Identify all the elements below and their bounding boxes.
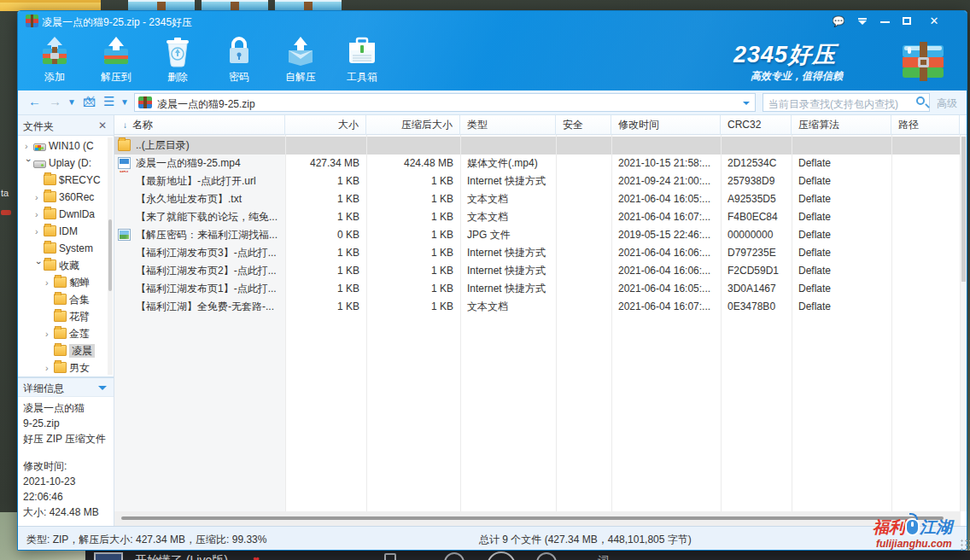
tree-item-label: System (59, 242, 93, 254)
vertical-scrollbar[interactable] (961, 137, 967, 511)
tree-scrollbar[interactable] (108, 137, 113, 375)
column-header-crc[interactable]: CRC32 (721, 115, 792, 135)
cell-name: 【福利江湖】全免费-无套路-... (116, 298, 285, 316)
title-bar[interactable]: 凌晨一点的猫9-25.zip - 2345好压 💬 ✕ (18, 11, 967, 32)
expand-icon[interactable]: › (45, 359, 54, 375)
feedback-icon[interactable]: 💬 (829, 14, 848, 29)
tree-item-合集[interactable]: 合集 (18, 291, 114, 308)
table-row[interactable]: 【福利江湖发布页3】-点此打...1 KB1 KBInternet 快捷方式20… (114, 244, 967, 262)
expand-icon[interactable]: › (35, 223, 44, 240)
column-header-algo[interactable]: 压缩算法 (792, 115, 891, 135)
menu-caret-icon[interactable] (853, 14, 872, 29)
table-row[interactable]: 【福利江湖发布页1】-点此打...1 KB1 KBInternet 快捷方式20… (114, 280, 967, 298)
tree-scrollbar-thumb[interactable] (108, 219, 112, 291)
file-name: 【福利江湖发布页2】-点此打... (136, 265, 277, 277)
search-input[interactable]: 当前目录查找(支持包内查找) (763, 93, 930, 112)
table-row[interactable]: 【福利江湖】全免费-无套路-...1 KB1 KB文本文档2021-06-04 … (114, 298, 967, 316)
details-caret-icon[interactable] (98, 386, 107, 394)
trash-icon (161, 35, 194, 67)
details-line (23, 446, 112, 458)
tree-item-Uplay (D:[interactable]: ›Uplay (D: (18, 155, 114, 172)
back-icon[interactable]: ← (28, 94, 41, 108)
tree-item-貂蝉[interactable]: ›貂蝉 (18, 274, 114, 291)
column-header-mtime[interactable]: 修改时间 (611, 115, 721, 135)
address-dropdown-icon[interactable] (743, 102, 750, 108)
tree-item-label: 合集 (69, 294, 90, 306)
maximize-button[interactable] (897, 14, 916, 29)
cell-algo: Deflate (792, 244, 891, 262)
share-icon[interactable] (384, 553, 396, 560)
song-title: 开始懂了 (Live版) (135, 553, 228, 560)
sfx-label: 自解压 (272, 70, 329, 85)
view-mode-icon[interactable]: ☰ (103, 94, 114, 109)
expand-icon[interactable]: › (45, 274, 54, 291)
tree-item-收藏[interactable]: ›收藏 (18, 257, 114, 274)
tree-item-男女[interactable]: ›男女 (18, 359, 114, 375)
address-field[interactable]: 凌晨一点的猫9-25.zip (134, 93, 756, 112)
history-caret-icon[interactable]: ▼ (67, 97, 76, 107)
table-row[interactable]: ..(上层目录) (114, 137, 967, 155)
table-row[interactable]: 【永久地址发布页】.txt1 KB1 KB文本文档2021-06-04 16:0… (114, 190, 967, 208)
table-row[interactable]: 【解压密码：来福利江湖找福...0 KB1 KBJPG 文件2019-05-15… (114, 226, 967, 244)
tree-item-System[interactable]: System (18, 240, 114, 257)
column-header-label: 安全 (563, 119, 583, 131)
table-row[interactable]: 【最新地址】-点此打开.url1 KB1 KBInternet 快捷方式2021… (114, 172, 967, 190)
tree-item-WIN10 (C[interactable]: ›WIN10 (C (18, 137, 114, 155)
tree-item-花臂[interactable]: 花臂 (18, 308, 114, 325)
cell-crc: A92535D5 (721, 190, 792, 208)
expand-icon[interactable]: › (45, 325, 54, 342)
search-icon[interactable] (916, 96, 925, 105)
column-header-name[interactable]: ↓名称 (116, 115, 285, 135)
table-row[interactable]: 凌晨一点的猫9-25.mp4427.34 MB424.48 MB媒体文件(.mp… (114, 155, 967, 172)
table-row[interactable]: 【来了就能下载的论坛，纯免...1 KB1 KB文本文档2021-06-04 1… (114, 208, 967, 226)
heart-icon[interactable]: ♥ (253, 553, 260, 560)
add-button[interactable]: 添加 (26, 33, 83, 88)
up-level-icon[interactable]: 🖄 (83, 94, 96, 108)
close-button[interactable]: ✕ (925, 14, 944, 29)
tree-item-label: 360Rec (59, 191, 94, 203)
horizontal-scrollbar-thumb[interactable] (121, 516, 944, 520)
tree-item-$RECYC[interactable]: $RECYC (18, 172, 114, 189)
tree-item-DwnlDa[interactable]: ›DwnlDa (18, 206, 114, 223)
expand-icon[interactable]: › (35, 206, 44, 223)
delete-button[interactable]: 删除 (149, 33, 206, 88)
table-row[interactable]: 【福利江湖发布页2】-点此打...1 KB1 KBInternet 快捷方式20… (114, 262, 967, 280)
column-header-size[interactable]: 大小 (285, 115, 366, 135)
sfx-button[interactable]: 自解压 (272, 33, 329, 88)
tree-item-凌晨[interactable]: 凌晨 (18, 342, 114, 359)
url-file-icon (118, 175, 131, 187)
view-caret-icon[interactable]: ▼ (120, 97, 129, 107)
vertical-scrollbar-thumb[interactable] (961, 137, 966, 282)
column-header-packed[interactable]: 压缩后大小 (366, 115, 460, 135)
extract-button[interactable]: 解压到 (88, 33, 144, 88)
cell-packed: 1 KB (366, 244, 460, 262)
tree-item-360Rec[interactable]: ›360Rec (18, 189, 114, 206)
tree-item-label: Uplay (D: (49, 157, 91, 169)
lyrics-button[interactable]: 词 (598, 553, 609, 560)
forward-icon[interactable]: → (49, 94, 61, 108)
cell-algo: Deflate (792, 298, 891, 316)
horizontal-scrollbar[interactable] (114, 511, 961, 526)
folder-tree: ›WIN10 (C›Uplay (D:$RECYC›360Rec›DwnlDa›… (18, 137, 114, 375)
cell-packed: 1 KB (366, 280, 460, 298)
expand-icon[interactable]: › (25, 137, 33, 155)
cell-secure (556, 137, 611, 155)
tree-item-金莲[interactable]: ›金莲 (18, 325, 114, 342)
cell-algo (792, 137, 891, 155)
tools-button[interactable]: 工具箱 (334, 33, 390, 88)
close-panel-icon[interactable]: ✕ (98, 120, 107, 131)
column-header-type[interactable]: 类型 (460, 115, 556, 135)
tree-item-IDM[interactable]: ›IDM (18, 223, 114, 240)
play-button[interactable] (487, 551, 516, 560)
previous-track-button[interactable] (444, 552, 465, 560)
advanced-search-link[interactable]: 高级 (937, 96, 957, 111)
password-button[interactable]: 密码 (211, 33, 267, 88)
minimize-button[interactable] (875, 14, 894, 29)
album-art[interactable] (94, 552, 123, 560)
column-header-secure[interactable]: 安全 (556, 115, 611, 135)
cell-algo: Deflate (792, 262, 891, 280)
column-header-path[interactable]: 路径 (891, 115, 960, 135)
next-track-button[interactable] (536, 552, 557, 560)
tree-item-label: IDM (59, 225, 78, 237)
expand-icon[interactable]: › (35, 189, 44, 206)
